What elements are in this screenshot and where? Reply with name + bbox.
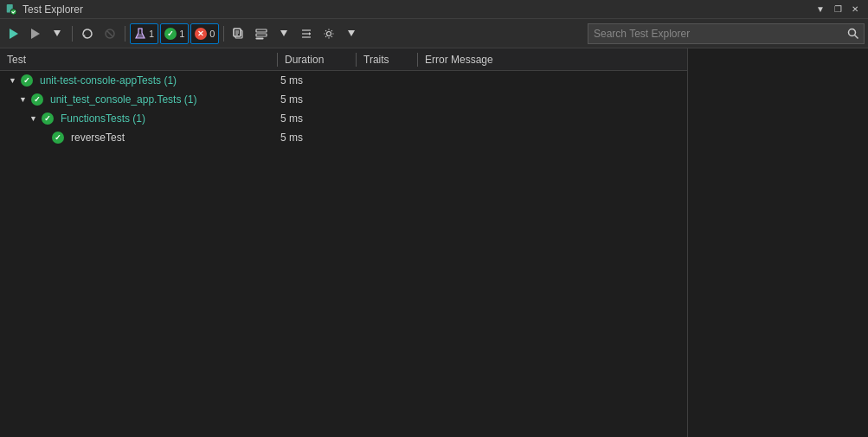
svg-point-24 (849, 29, 856, 35)
table-row[interactable]: ▼ unit-test-console-appTests (1) 5 ms (0, 71, 687, 90)
pass-count: 1 (179, 29, 184, 39)
fail-icon (195, 28, 207, 40)
test-tree: ▼ unit-test-console-appTests (1) 5 ms ▼ (0, 71, 687, 437)
svg-point-22 (327, 31, 331, 35)
svg-rect-16 (256, 38, 263, 39)
content-area: Test Duration Traits Error Message ▼ (0, 48, 868, 437)
col-header-error: Error Message (418, 54, 687, 66)
pass-icon-1 (21, 74, 33, 87)
title-bar-left: Test Explorer (5, 3, 83, 16)
svg-rect-15 (256, 34, 267, 36)
test-duration-2: 5 ms (277, 93, 355, 106)
test-explorer-icon (5, 3, 17, 16)
svg-marker-2 (10, 29, 18, 39)
settings-button[interactable] (318, 23, 339, 44)
copy-results-button[interactable] (228, 23, 249, 44)
test-label-1[interactable]: unit-test-console-appTests (1) (40, 74, 177, 87)
test-duration-4: 5 ms (277, 132, 355, 144)
run-buttons-group (3, 23, 68, 44)
separator-2 (125, 26, 125, 42)
run-all-button[interactable] (3, 23, 24, 44)
flask-icon (134, 28, 146, 40)
table-row[interactable]: ▼ FunctionsTests (1) 5 ms (0, 109, 687, 128)
search-input[interactable] (588, 28, 843, 40)
separator-1 (72, 26, 73, 42)
column-headers: Test Duration Traits Error Message (0, 48, 687, 71)
pass-icon-2 (31, 93, 43, 106)
settings-dropdown-button[interactable] (341, 23, 362, 44)
pass-filter-button[interactable]: 1 (160, 23, 189, 44)
right-panel (688, 48, 868, 437)
test-name-cell: ▼ unit-test-console-appTests (1) (0, 74, 277, 87)
title-bar-controls: ▼ ❐ ✕ (813, 2, 863, 17)
refresh-button[interactable] (77, 23, 98, 44)
table-row[interactable]: ▼ unit_test_console_app.Tests (1) 5 ms (0, 90, 687, 109)
flask-count: 1 (149, 29, 154, 39)
svg-rect-14 (256, 29, 267, 32)
restore-btn[interactable]: ❐ (830, 2, 845, 17)
pass-icon (164, 28, 177, 40)
close-btn[interactable]: ✕ (847, 2, 863, 17)
group-by-button[interactable] (251, 23, 272, 44)
search-box[interactable] (588, 23, 865, 44)
table-row[interactable]: ▼ reverseTest 5 ms (0, 128, 687, 147)
title-bar: Test Explorer ▼ ❐ ✕ (0, 0, 868, 19)
test-name-cell: ▼ FunctionsTests (1) (0, 112, 277, 125)
svg-line-25 (855, 35, 858, 38)
expand-arrow-2[interactable]: ▼ (19, 95, 29, 104)
test-label-2[interactable]: unit_test_console_app.Tests (1) (50, 93, 196, 106)
main-content: 1 1 0 (0, 19, 868, 437)
search-icon-button[interactable] (843, 23, 864, 44)
fail-filter-button[interactable]: 0 (190, 23, 219, 44)
col-header-duration: Duration (278, 54, 356, 66)
svg-marker-3 (31, 29, 40, 39)
svg-point-1 (10, 9, 16, 15)
group-dropdown-button[interactable] (273, 23, 294, 44)
collapse-btn[interactable]: ▼ (813, 2, 828, 17)
col-header-test: Test (0, 54, 277, 66)
fail-count: 0 (209, 29, 215, 39)
test-name-cell: ▼ unit_test_console_app.Tests (1) (0, 93, 277, 106)
test-label-4[interactable]: reverseTest (71, 132, 125, 144)
test-name-cell: ▼ reverseTest (0, 132, 277, 144)
search-icon (847, 28, 859, 40)
test-duration-1: 5 ms (277, 74, 355, 87)
toolbar: 1 1 0 (0, 19, 868, 48)
svg-marker-17 (280, 30, 287, 36)
flask-filter-button[interactable]: 1 (130, 23, 158, 44)
run-dropdown-button[interactable] (47, 23, 68, 44)
svg-marker-21 (309, 32, 311, 35)
expand-arrow-1[interactable]: ▼ (9, 76, 19, 85)
col-header-traits: Traits (357, 54, 417, 66)
expand-arrow-3[interactable]: ▼ (29, 114, 40, 123)
run-selected-button[interactable] (25, 23, 46, 44)
svg-marker-23 (348, 30, 355, 36)
cancel-button[interactable] (100, 23, 120, 44)
separator-3 (223, 26, 224, 42)
test-label-3[interactable]: FunctionsTests (1) (61, 112, 145, 125)
pass-icon-4 (52, 132, 64, 144)
svg-line-6 (107, 31, 113, 36)
pass-icon-3 (42, 112, 54, 125)
test-duration-3: 5 ms (277, 112, 355, 125)
left-panel: Test Duration Traits Error Message ▼ (0, 48, 688, 437)
collapse-all-button[interactable] (296, 23, 317, 44)
window-title: Test Explorer (23, 3, 83, 16)
svg-marker-4 (54, 30, 61, 36)
